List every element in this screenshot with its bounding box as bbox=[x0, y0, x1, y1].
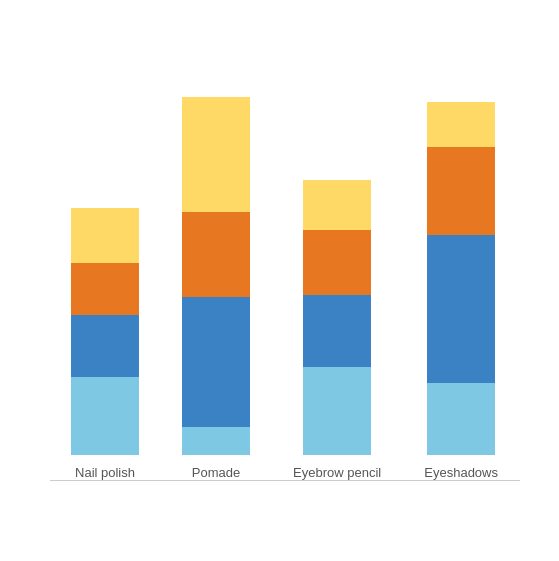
bar-group-0: Nail polish bbox=[71, 208, 139, 480]
bar-segment-2-3 bbox=[303, 180, 371, 230]
bar-segment-0-0 bbox=[71, 377, 139, 455]
bar-label-0: Nail polish bbox=[75, 465, 135, 480]
bar-segment-0-2 bbox=[71, 263, 139, 315]
bar-segment-3-2 bbox=[427, 147, 495, 235]
bar-label-3: Eyeshadows bbox=[424, 465, 498, 480]
bar-segment-2-1 bbox=[303, 295, 371, 367]
bar-stack-2 bbox=[303, 180, 371, 455]
bar-segment-3-0 bbox=[427, 383, 495, 455]
bar-segment-1-0 bbox=[182, 427, 250, 455]
bar-segment-0-1 bbox=[71, 315, 139, 377]
bar-segment-2-2 bbox=[303, 230, 371, 295]
bar-label-1: Pomade bbox=[192, 465, 240, 480]
chart-area: Nail polishPomadeEyebrow pencilEyeshadow… bbox=[50, 41, 520, 481]
bar-group-2: Eyebrow pencil bbox=[293, 180, 381, 480]
bar-segment-1-1 bbox=[182, 297, 250, 427]
bar-stack-1 bbox=[182, 97, 250, 455]
bar-segment-3-1 bbox=[427, 235, 495, 383]
bar-group-3: Eyeshadows bbox=[424, 102, 498, 480]
bar-segment-3-3 bbox=[427, 102, 495, 147]
bar-group-1: Pomade bbox=[182, 97, 250, 480]
bar-stack-0 bbox=[71, 208, 139, 455]
chart-container: Nail polishPomadeEyebrow pencilEyeshadow… bbox=[20, 21, 540, 541]
bar-segment-1-3 bbox=[182, 97, 250, 212]
bar-segment-1-2 bbox=[182, 212, 250, 297]
bar-segment-2-0 bbox=[303, 367, 371, 455]
bar-segment-0-3 bbox=[71, 208, 139, 263]
bar-label-2: Eyebrow pencil bbox=[293, 465, 381, 480]
bar-stack-3 bbox=[427, 102, 495, 455]
